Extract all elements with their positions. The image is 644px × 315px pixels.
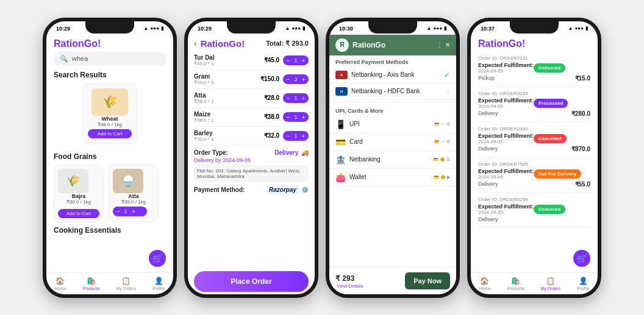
hdfc-method[interactable]: H Netbanking - HDFC Bank ○: [329, 83, 456, 100]
order-date: 2024-09-05: [478, 104, 534, 109]
cart-item-price: ₹28.0: [264, 94, 279, 101]
card-cards: 💳〰☰: [434, 140, 450, 144]
signal-icon: ●●●: [151, 26, 160, 31]
bajra-name: Bajra: [58, 193, 99, 199]
phone-payment: 10:30 ▲ ●●● ▮ R RationGo ⋮ ✕ Preferred P…: [326, 18, 460, 298]
nav4-profile[interactable]: 👤 Profile: [577, 277, 589, 291]
card-method[interactable]: 💳 Card 💳〰☰: [329, 133, 456, 151]
atta-qty-increase[interactable]: +: [128, 207, 138, 216]
phone-search: 10:29 ▲ ●●● ▮ RationGo! 🔍 Search Results…: [43, 18, 177, 298]
status-badge: Delivered: [534, 205, 565, 214]
upi-method[interactable]: 📱 UPI 💳〰☰: [329, 116, 456, 133]
preferred-title: Preferred Payment Methods: [329, 55, 456, 67]
order-id: Order ID: ORDER5299: [478, 197, 590, 202]
nav-orders[interactable]: 📋 My Orders: [116, 277, 137, 291]
qty-decrease[interactable]: −: [283, 55, 293, 65]
qty-decrease[interactable]: −: [283, 112, 293, 122]
order-date: 2024-09-05: [478, 174, 534, 180]
nav4-orders[interactable]: 📋 My Orders: [541, 277, 561, 291]
order-row: Expected Fulfillment: 2024-09-05 Out For…: [478, 168, 590, 180]
qty-increase[interactable]: +: [299, 55, 309, 65]
hdfc-name: Netbanking - HDFC Bank: [351, 88, 442, 94]
qty-value: 1: [293, 114, 299, 120]
order-amount: ₹870.0: [571, 146, 590, 152]
cart-item-name: Atta ₹28.0 * 1: [194, 92, 231, 104]
payment-footer: ₹ 293 View Details Pay Now: [329, 267, 456, 294]
time4: 10:37: [481, 26, 495, 32]
nav-products-label: Products: [83, 286, 100, 291]
qty-value: 1: [293, 57, 299, 63]
atta-qty-decrease[interactable]: −: [113, 207, 123, 216]
signal-icon2: ●●●: [292, 26, 301, 31]
order-id: Order ID: ORDER9253: [478, 91, 590, 96]
order-fulfillment: Expected Fulfillment:: [478, 168, 534, 174]
phone-orders: 10:37 ▲ ●●● ▮ RationGo! Order ID: ORDER7…: [467, 18, 601, 298]
qty-decrease[interactable]: −: [283, 93, 293, 103]
upi-icon: 📱: [335, 119, 346, 129]
wheat-image: 🌾: [91, 88, 128, 116]
payment-logo: R: [335, 38, 349, 52]
search-icon: 🔍: [60, 55, 68, 63]
nav4-home-label: Home: [479, 286, 491, 291]
view-details-link[interactable]: View Details: [337, 283, 363, 289]
axis-icon: A: [335, 71, 348, 79]
back-button[interactable]: ‹: [194, 38, 197, 48]
order-card: Order ID: ORDER5299 Expected Fulfillment…: [478, 193, 590, 228]
nav-home[interactable]: 🏠 Home: [55, 277, 66, 291]
payment-header-close[interactable]: ✕: [445, 41, 450, 48]
status-icons4: ▲ ●●● ▮: [568, 26, 588, 31]
cart-title: RationGo!: [201, 38, 245, 49]
qty-increase[interactable]: +: [299, 112, 309, 122]
netbanking-method[interactable]: 🏦 Netbanking 💳🔶☰: [329, 151, 456, 169]
nav-profile[interactable]: 👤 Profile: [152, 277, 165, 291]
wifi-icon2: ▲: [285, 26, 290, 31]
notch4: [510, 21, 559, 34]
atta-name: Atta: [113, 193, 154, 199]
atta-image: 🍚: [113, 169, 143, 193]
qty-control: − 1 +: [283, 112, 309, 122]
axis-method[interactable]: A Netbanking - Axis Bank ✓: [329, 67, 456, 83]
qty-increase[interactable]: +: [299, 74, 309, 84]
featured-product: 🌾 Wheat ₹48.0 / 1kg Add to Cart: [82, 83, 137, 144]
search-input[interactable]: [72, 55, 160, 62]
razorpay-logo: Razorpay: [266, 185, 299, 194]
app-title: RationGo!: [54, 35, 166, 52]
order-date: 2024-09-05: [478, 210, 534, 215]
search-bar: 🔍: [54, 52, 166, 66]
qty-decrease[interactable]: −: [283, 74, 293, 84]
product-bajra: 🌾 Bajra ₹30.0 / 1kg Add to Cart: [54, 165, 104, 222]
order-id: Order ID: ORDER2980: [478, 126, 590, 132]
wifi-icon3: ▲: [427, 26, 432, 31]
order-row: Expected Fulfillment: 2024-09-05 Deliver…: [478, 204, 590, 215]
pay-now-btn[interactable]: Pay Now: [405, 272, 450, 289]
nav4-products[interactable]: 🛍️ Products: [507, 277, 524, 291]
battery-icon: ▮: [161, 26, 163, 31]
bajra-add-btn[interactable]: Add to Cart: [58, 209, 99, 218]
cart-item: Gram ₹50.0 * 3 ₹150.0 − 3 +: [194, 70, 309, 89]
nav4-home[interactable]: 🏠 Home: [479, 277, 491, 291]
cart-fab[interactable]: 🛒: [149, 250, 166, 267]
qty-increase[interactable]: +: [299, 131, 309, 141]
search-results-title: Search Results: [54, 71, 166, 79]
order-fulfillment: Expected Fulfillment:: [478, 62, 534, 68]
cart-item-name: Maize ₹38.0 * 1: [194, 111, 231, 123]
cart-item-price: ₹45.0: [264, 57, 279, 63]
orders-icon4: 📋: [546, 277, 555, 285]
qty-control: − 1 +: [283, 93, 309, 103]
featured-add-btn[interactable]: Add to Cart: [88, 129, 132, 138]
qty-decrease[interactable]: −: [283, 131, 293, 141]
cart-item-name: Gram ₹50.0 * 3: [194, 73, 231, 85]
axis-name: Netbanking - Axis Bank: [351, 71, 440, 78]
hdfc-icon: H: [335, 87, 348, 96]
payment-amount-block: ₹ 293 View Details: [335, 272, 363, 289]
product-grid: 🌾 Bajra ₹30.0 / 1kg Add to Cart 🍚 Atta ₹…: [54, 165, 166, 222]
qty-increase[interactable]: +: [299, 93, 309, 103]
place-order-btn[interactable]: Place Order: [194, 271, 309, 292]
orders-cart-fab[interactable]: 🛒: [573, 250, 590, 267]
nav-products[interactable]: 🛍️ Products: [83, 277, 100, 291]
atta-price: ₹28.0 / 1kg: [113, 199, 154, 205]
wallet-method[interactable]: 👛 Wallet 💳🔶▶: [329, 169, 456, 186]
nav4-products-label: Products: [507, 286, 524, 291]
payment-header-menu[interactable]: ⋮: [437, 41, 443, 48]
delivery-date: Delivery by 2024-09-05: [194, 157, 309, 163]
